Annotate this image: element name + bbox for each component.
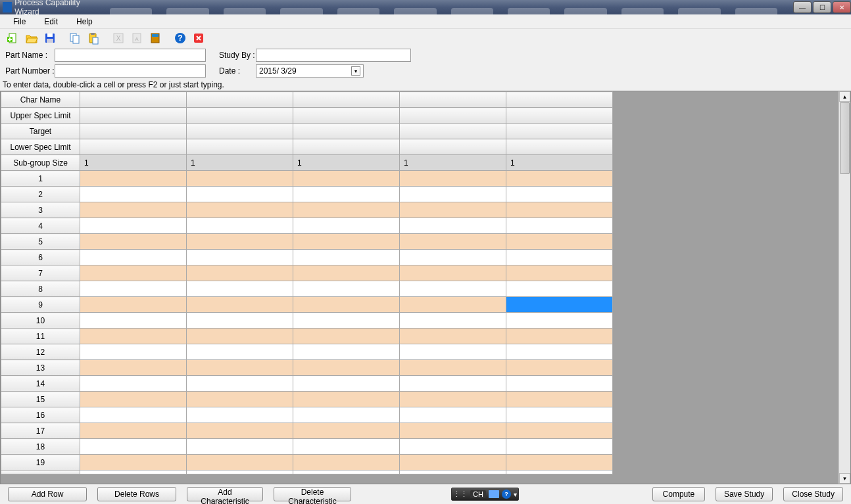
data-cell[interactable] [506, 218, 613, 234]
data-cell[interactable] [187, 392, 293, 407]
exit-icon[interactable] [191, 30, 207, 46]
data-cell[interactable] [400, 392, 506, 407]
data-cell[interactable] [400, 202, 506, 218]
header-cell[interactable]: 1 [80, 155, 187, 171]
header-cell[interactable] [506, 139, 613, 155]
data-cell[interactable] [80, 360, 187, 376]
data-cell[interactable] [400, 329, 506, 344]
data-cell[interactable] [506, 265, 613, 281]
header-cell[interactable] [400, 124, 506, 139]
partnumber-input[interactable] [55, 64, 206, 78]
data-cell[interactable] [400, 281, 506, 297]
new-icon[interactable] [5, 30, 21, 46]
delete-rows-button[interactable]: Delete Rows [97, 487, 176, 501]
data-cell[interactable] [400, 171, 506, 187]
data-cell[interactable] [506, 250, 613, 265]
data-cell[interactable] [400, 344, 506, 360]
header-cell[interactable] [187, 124, 293, 139]
partname-input[interactable] [55, 49, 206, 62]
header-cell[interactable] [187, 139, 293, 155]
data-cell[interactable] [293, 376, 400, 392]
data-cell[interactable] [187, 455, 293, 470]
data-cell[interactable] [80, 313, 187, 329]
data-cell[interactable] [80, 392, 187, 407]
data-cell[interactable] [293, 423, 400, 439]
header-cell[interactable] [293, 139, 400, 155]
data-cell[interactable] [400, 250, 506, 265]
data-cell[interactable] [506, 329, 613, 344]
scroll-up-arrow[interactable]: ▲ [839, 91, 850, 102]
data-cell[interactable] [400, 376, 506, 392]
ime-lang[interactable]: CH [470, 490, 486, 498]
ime-options-icon[interactable]: ▾ [514, 491, 517, 498]
header-cell[interactable] [187, 92, 293, 108]
data-cell[interactable] [187, 297, 293, 313]
data-cell[interactable] [80, 423, 187, 439]
minimize-button[interactable]: — [793, 1, 812, 13]
data-cell[interactable] [506, 360, 613, 376]
add-characteristic-button[interactable]: Add Characteristic [187, 487, 263, 501]
data-cell[interactable] [80, 218, 187, 234]
header-cell[interactable] [506, 108, 613, 124]
data-cell[interactable] [187, 281, 293, 297]
data-cell[interactable] [506, 392, 613, 407]
data-cell[interactable] [187, 187, 293, 202]
data-grid[interactable]: Char NameUpper Spec LimitTargetLower Spe… [1, 91, 613, 474]
data-cell[interactable] [80, 234, 187, 250]
menu-edit[interactable]: Edit [35, 16, 67, 28]
data-cell[interactable] [400, 455, 506, 470]
options-icon[interactable] [147, 30, 163, 46]
data-cell[interactable] [293, 218, 400, 234]
data-cell[interactable] [400, 297, 506, 313]
data-cell[interactable] [80, 455, 187, 470]
data-cell[interactable] [293, 360, 400, 376]
header-cell[interactable] [293, 124, 400, 139]
data-cell[interactable] [400, 407, 506, 423]
data-cell[interactable] [187, 265, 293, 281]
data-cell[interactable] [80, 281, 187, 297]
data-cell[interactable] [506, 187, 613, 202]
copy-icon[interactable] [67, 30, 83, 46]
header-cell[interactable]: 1 [293, 155, 400, 171]
data-cell[interactable] [293, 281, 400, 297]
data-cell[interactable] [293, 265, 400, 281]
close-study-button[interactable]: Close Study [783, 487, 843, 501]
data-cell[interactable] [80, 439, 187, 455]
data-cell[interactable] [400, 265, 506, 281]
header-cell[interactable] [80, 92, 187, 108]
help-icon[interactable]: ? [172, 30, 188, 46]
scroll-thumb[interactable] [840, 102, 850, 174]
header-cell[interactable] [80, 124, 187, 139]
header-cell[interactable] [293, 108, 400, 124]
header-cell[interactable] [506, 92, 613, 108]
data-cell[interactable] [400, 439, 506, 455]
data-cell[interactable] [187, 234, 293, 250]
data-cell[interactable] [506, 202, 613, 218]
header-cell[interactable]: 1 [506, 155, 613, 171]
date-dropdown-icon[interactable]: ▾ [351, 66, 360, 76]
data-cell[interactable] [506, 423, 613, 439]
date-picker[interactable]: 2015/ 3/29 ▾ [256, 64, 364, 78]
save-icon[interactable] [42, 30, 58, 46]
data-cell[interactable] [80, 329, 187, 344]
data-cell[interactable] [293, 234, 400, 250]
header-cell[interactable] [80, 139, 187, 155]
menu-file[interactable]: File [4, 16, 35, 28]
header-cell[interactable] [506, 124, 613, 139]
data-cell[interactable] [80, 187, 187, 202]
maximize-button[interactable]: ☐ [813, 1, 831, 13]
data-cell[interactable] [400, 234, 506, 250]
studyby-input[interactable] [256, 49, 411, 62]
header-cell[interactable] [400, 92, 506, 108]
data-cell[interactable] [187, 423, 293, 439]
data-cell[interactable] [293, 329, 400, 344]
data-cell[interactable] [293, 297, 400, 313]
header-cell[interactable]: 1 [400, 155, 506, 171]
ime-help-icon[interactable]: ? [502, 490, 511, 499]
data-cell[interactable] [80, 344, 187, 360]
data-cell[interactable] [293, 171, 400, 187]
data-cell[interactable] [293, 313, 400, 329]
data-cell[interactable] [400, 423, 506, 439]
data-cell[interactable] [293, 455, 400, 470]
add-row-button[interactable]: Add Row [8, 487, 87, 501]
